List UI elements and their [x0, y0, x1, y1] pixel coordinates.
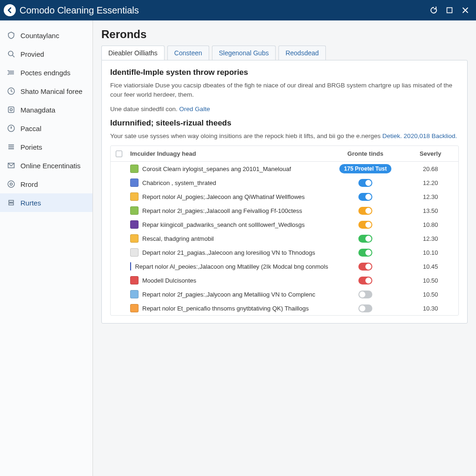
- nav-icon: [7, 68, 16, 77]
- table-row[interactable]: Repart nolor Al_peoies:,Jalacoon ong Mta…: [111, 259, 458, 273]
- row-severity: 10.50: [403, 277, 458, 284]
- svg-point-4: [10, 109, 13, 111]
- row-toggle[interactable]: [358, 193, 372, 201]
- close-icon[interactable]: [458, 3, 472, 17]
- sidebar-item-2[interactable]: Poctes endngds: [0, 63, 93, 82]
- sidebar-item-label: Shato Manical foree: [20, 87, 82, 95]
- nav-icon: [7, 106, 16, 114]
- nav-icon: [7, 198, 16, 207]
- row-name: Chabricon , system_thrated: [142, 179, 216, 186]
- col-status[interactable]: Gronte tinds: [328, 150, 403, 157]
- table-row[interactable]: Moodell Dulcisontes10.50: [111, 273, 458, 287]
- nav-icon: [7, 31, 16, 40]
- sidebar-item-6[interactable]: Poriets: [0, 138, 93, 156]
- sidebar-item-label: Provied: [20, 50, 44, 58]
- sidebar-item-label: Rurtes: [20, 199, 41, 207]
- table-row[interactable]: Rescal, thadgring antmobil12.30: [111, 231, 458, 245]
- row-name: Repart nolor 2l_pagies:,Jalacooll ang Fe…: [142, 207, 302, 214]
- status-badge: 175 Proetel Tust: [339, 164, 391, 173]
- file-icon: [130, 206, 139, 215]
- tab-1[interactable]: Consteen: [167, 46, 209, 60]
- nav-icon: [7, 124, 16, 132]
- nav-icon: [7, 87, 16, 95]
- row-toggle[interactable]: [358, 179, 372, 187]
- row-name: Repart nolor Al_peoies:,Jalacoon ong Mta…: [135, 263, 328, 270]
- row-severity: 12.30: [403, 193, 458, 200]
- row-severity: 13.50: [403, 207, 458, 214]
- table-row[interactable]: Repart nolor 2l_pagies:,Jalacooll ang Fe…: [111, 204, 458, 218]
- file-icon: [130, 304, 139, 312]
- row-severity: 12.20: [403, 179, 458, 186]
- sidebar-item-4[interactable]: Managdata: [0, 100, 93, 119]
- col-severity[interactable]: Severly: [403, 150, 458, 157]
- row-toggle[interactable]: [358, 221, 372, 229]
- svg-rect-0: [447, 8, 452, 13]
- file-icon: [130, 178, 139, 187]
- row-toggle[interactable]: [358, 235, 372, 243]
- row-name: Rescal, thadgring antmobil: [142, 235, 214, 242]
- svg-point-9: [10, 183, 13, 185]
- sidebar-item-5[interactable]: Paccal: [0, 119, 93, 138]
- refresh-icon[interactable]: [427, 3, 441, 17]
- sidebar-item-7[interactable]: Online Encentinatis: [0, 156, 93, 175]
- sidebar-item-1[interactable]: Provied: [0, 45, 93, 63]
- row-name: Report nolor Al_pogies;.Jalecoon ang QiW…: [142, 193, 305, 200]
- table-row[interactable]: Repart nolor 2f_pagies:,Jalycoon ang Met…: [111, 287, 458, 301]
- row-toggle[interactable]: [358, 291, 372, 298]
- sidebar-item-0[interactable]: Countaylanc: [0, 26, 93, 45]
- sidebar-item-9[interactable]: Rurtes: [0, 193, 93, 212]
- note-prefix: Une datue sindedfil con.: [110, 106, 179, 112]
- row-severity: 10.30: [403, 305, 458, 312]
- select-all-checkbox[interactable]: [116, 151, 122, 157]
- back-button[interactable]: [4, 4, 16, 16]
- row-severity: 12.30: [403, 235, 458, 242]
- sidebar-item-8[interactable]: Rrord: [0, 175, 93, 193]
- table-row[interactable]: Repar kiingicoll_padwariks_seanch ont so…: [111, 218, 458, 231]
- sidebar-item-label: Countaylanc: [20, 32, 59, 40]
- svg-rect-6: [11, 126, 12, 129]
- note-link[interactable]: Ored Galte: [179, 106, 210, 112]
- row-toggle[interactable]: [358, 263, 372, 271]
- file-icon: [130, 290, 139, 298]
- tab-3[interactable]: Reodsdead: [278, 46, 326, 60]
- row-name: Depart nolor 21_pagias.,Jalecoon ang lor…: [142, 249, 315, 256]
- main-content: Reronds Dieabler OilliathsConsteenSlegen…: [93, 20, 476, 476]
- table-row[interactable]: Chabricon , system_thrated12.20: [111, 176, 458, 190]
- col-name[interactable]: Imcuider Induagy head: [127, 150, 328, 157]
- sidebar-item-label: Online Encentinatis: [20, 162, 80, 170]
- row-severity: 10.80: [403, 221, 458, 228]
- section-1-desc: Fice viatiorsiale Duse you cacsip dbeate…: [110, 81, 459, 100]
- table-row[interactable]: Report nolor Al_pogies;.Jalecoon ang QiW…: [111, 190, 458, 204]
- sidebar: CountaylancProviedPoctes endngdsShato Ma…: [0, 20, 93, 476]
- row-name: Corosit Clearn irylogist_sepanes ang 201…: [142, 165, 291, 172]
- sidebar-item-3[interactable]: Shato Manical foree: [0, 82, 93, 100]
- table-row[interactable]: Repart nolor Et_penicafio thnsoms gnytbt…: [111, 301, 458, 315]
- row-name: Repar kiingicoll_padwariks_seanch ont so…: [142, 221, 305, 228]
- section-2-desc: Your sate use sysses when way oloing ins…: [110, 132, 459, 141]
- svg-point-8: [8, 181, 14, 187]
- desc-link[interactable]: Detiek. 2020,018 Backliod.: [383, 132, 457, 139]
- file-icon: [130, 276, 139, 284]
- tab-2[interactable]: Slegenonal Gubs: [212, 46, 276, 60]
- table-row[interactable]: Depart nolor 21_pagias.,Jalecoon ang lor…: [111, 245, 458, 259]
- table-row[interactable]: Corosit Clearn irylogist_sepanes ang 201…: [111, 162, 458, 176]
- row-toggle[interactable]: [358, 207, 372, 215]
- row-toggle[interactable]: [358, 249, 372, 257]
- row-severity: 10.50: [403, 291, 458, 298]
- table-header: Imcuider Induagy head Gronte tinds Sever…: [111, 146, 458, 162]
- row-severity: 10.10: [403, 249, 458, 256]
- svg-rect-3: [8, 107, 14, 112]
- tab-0[interactable]: Dieabler Oilliaths: [101, 46, 165, 60]
- sidebar-item-label: Poctes endngds: [20, 69, 71, 77]
- page-title: Reronds: [101, 28, 468, 41]
- desc-prefix: Your sate use sysses when way oloing ins…: [110, 132, 383, 139]
- sidebar-item-label: Poriets: [20, 143, 42, 151]
- results-table: Imcuider Induagy head Gronte tinds Sever…: [110, 145, 459, 316]
- row-name: Repart nolor Et_penicafio thnsoms gnytbt…: [142, 305, 309, 312]
- row-toggle[interactable]: [358, 277, 372, 284]
- row-toggle[interactable]: [358, 304, 372, 312]
- row-severity: 20.68: [403, 165, 458, 172]
- content-panel: Identifle-Imple systen throw repories Fi…: [101, 60, 468, 324]
- maximize-icon[interactable]: [443, 3, 456, 17]
- row-name: Moodell Dulcisontes: [142, 277, 196, 284]
